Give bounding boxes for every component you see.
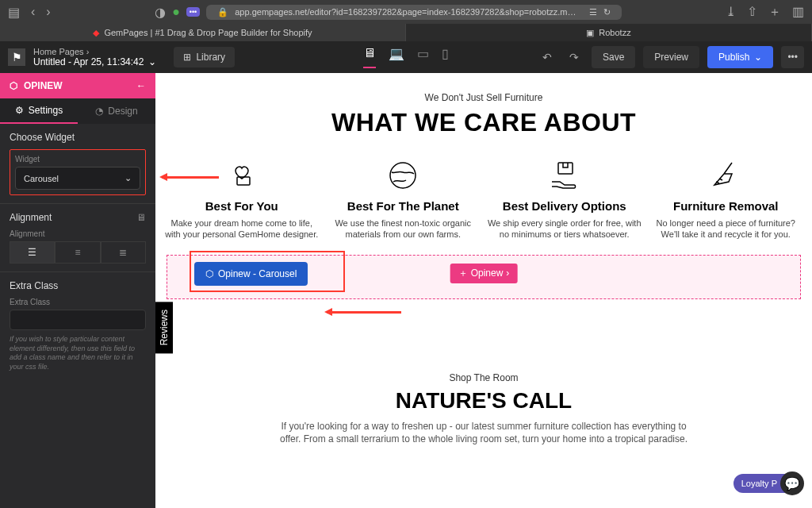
hex-icon: ⬡	[205, 268, 213, 279]
section-nature: Shop The Room NATURE'S CALL If you're lo…	[155, 302, 812, 463]
mobile-icon[interactable]: ▯	[442, 46, 449, 68]
tab-gempages[interactable]: ◆GemPages | #1 Drag & Drop Page Builder …	[0, 24, 406, 41]
feature-item: Furniture Removal No longer need a piece…	[648, 156, 805, 241]
app-logo[interactable]: ⚑	[8, 48, 25, 66]
nav-fwd-icon[interactable]: ›	[46, 5, 50, 20]
extra-class-input[interactable]	[10, 310, 146, 330]
tabs-icon[interactable]: ▥	[792, 4, 804, 21]
opinew-element-label[interactable]: ＋ Opinew ›	[450, 264, 518, 283]
loyalty-widget[interactable]: Loyalty P 💬	[733, 471, 804, 495]
grid-icon: ⊞	[183, 52, 191, 63]
preview-button[interactable]: Preview	[643, 46, 699, 68]
download-icon[interactable]: ⤓	[726, 4, 736, 21]
feature-item: Best For The Planet We use the finest no…	[325, 156, 482, 241]
feature-desc: We use the finest non-toxic organic mate…	[325, 217, 482, 241]
menu-dots-icon[interactable]: •••	[186, 7, 200, 17]
section-care: We Don't Just Sell Furniture WHAT WE CAR…	[155, 73, 812, 145]
opinew-drop-zone[interactable]: ⬡ Opinew - Carousel ＋ Opinew ›	[167, 255, 801, 299]
page-title[interactable]: Untitled - Apr 25, 11:34:42⌄	[33, 56, 156, 67]
extra-class-hint: If you wish to style particular content …	[10, 335, 146, 372]
sidebar-toggle-icon[interactable]: ▤	[8, 5, 20, 20]
chevron-down-icon: ⌄	[148, 56, 156, 67]
align-row: ☰ ≡ ≣	[10, 241, 146, 264]
url-text: app.gempages.net/editor?id=1682397282&pa…	[235, 7, 576, 17]
tab-robotzz[interactable]: ▣Robotzz	[406, 24, 812, 41]
publish-button[interactable]: Publish⌄	[707, 46, 773, 68]
share-icon[interactable]: ⇧	[747, 4, 757, 21]
newtab-icon[interactable]: ＋	[768, 4, 781, 21]
breadcrumb[interactable]: Home Pages ›	[33, 47, 156, 56]
align-right[interactable]: ≣	[101, 241, 146, 264]
redo-icon[interactable]: ↷	[565, 51, 584, 64]
feature-desc: We ship every single order for free, wit…	[486, 217, 643, 241]
tablet-icon[interactable]: ▭	[417, 46, 429, 68]
section-subtitle: We Don't Just Sell Furniture	[179, 92, 788, 103]
panel-alignment: Alignment🖥 Alignment ☰ ≡ ≣	[0, 204, 155, 272]
panel-title: Extra Class	[10, 280, 146, 291]
align-left[interactable]: ☰	[10, 241, 55, 264]
broom-icon	[648, 156, 805, 194]
save-button[interactable]: Save	[592, 46, 635, 68]
reload-icon[interactable]: ↻	[603, 7, 611, 17]
feature-title: Best Delivery Options	[486, 199, 643, 213]
svg-rect-2	[558, 163, 573, 174]
device-switcher: 🖥 💻 ▭ ▯	[363, 46, 449, 68]
url-bar[interactable]: 🔒 app.gempages.net/editor?id=1682397282&…	[206, 5, 621, 20]
laptop-icon[interactable]: 💻	[389, 46, 404, 68]
globe-icon	[325, 156, 482, 194]
undo-icon[interactable]: ↶	[538, 51, 557, 64]
feature-item: Best For You Make your dream home come t…	[163, 156, 320, 241]
browser-toolbar: ▤ ‹ › ◑ ● ••• 🔒 app.gempages.net/editor?…	[0, 0, 812, 24]
desktop-icon[interactable]: 🖥	[363, 46, 376, 68]
library-button[interactable]: ⊞Library	[174, 47, 235, 67]
section-subtitle: Shop The Room	[187, 372, 780, 383]
feature-title: Furniture Removal	[648, 199, 805, 213]
annotation-arrow	[327, 311, 401, 314]
nav-back-icon[interactable]: ‹	[31, 5, 35, 20]
chevron-right-icon: ›	[506, 267, 509, 279]
palette-icon: ◔	[95, 106, 103, 117]
heart-hands-icon	[163, 156, 320, 194]
svg-point-1	[390, 163, 416, 188]
gear-icon: ⚙	[15, 105, 24, 116]
panel-title: Alignment🖥	[10, 212, 146, 223]
section-heading: NATURE'S CALL	[187, 388, 780, 414]
feature-item: Best Delivery Options We ship every sing…	[486, 156, 643, 241]
panel-extra-class: Extra Class Extra Class If you wish to s…	[0, 272, 155, 380]
tab-settings[interactable]: ⚙Settings	[0, 98, 78, 124]
opinew-carousel-badge[interactable]: ⬡ Opinew - Carousel	[194, 262, 308, 286]
sidebar-header: ⬡ OPINEW ←	[0, 73, 155, 98]
widget-select[interactable]: Carousel ⌄	[15, 167, 140, 190]
reader-icon[interactable]: ☰	[589, 7, 597, 17]
reviews-tab[interactable]: Reviews	[155, 302, 173, 353]
workspace: ⬡ OPINEW ← ⚙Settings ◔Design Choose Widg…	[0, 73, 812, 508]
panel-choose-widget: Choose Widget Widget Carousel ⌄	[0, 124, 155, 204]
chevron-down-icon: ⌄	[124, 173, 132, 183]
chat-icon[interactable]: 💬	[780, 471, 804, 495]
align-center[interactable]: ≡	[55, 241, 100, 264]
feature-title: Best For The Planet	[325, 199, 482, 213]
feature-desc: No longer need a piece of furniture? We'…	[648, 217, 805, 241]
plus-icon: ＋	[458, 267, 468, 280]
canvas: We Don't Just Sell Furniture WHAT WE CAR…	[155, 73, 812, 508]
box-hand-icon	[486, 156, 643, 194]
section-heading: WHAT WE CARE ABOUT	[179, 108, 788, 137]
feature-row: Best For You Make your dream home come t…	[155, 145, 812, 252]
shield-icon: ◑	[155, 5, 166, 20]
feature-title: Best For You	[163, 199, 320, 213]
panel-title: Choose Widget	[10, 132, 146, 143]
panel-tabs: ⚙Settings ◔Design	[0, 98, 155, 124]
hex-icon: ⬡	[10, 80, 17, 91]
feature-desc: Make your dream home come to life, with …	[163, 217, 320, 241]
chevron-down-icon: ⌄	[754, 52, 762, 63]
extra-class-label: Extra Class	[10, 298, 146, 306]
lock-icon: 🔒	[217, 7, 228, 17]
section-paragraph: If you're looking for a way to freshen u…	[270, 420, 698, 447]
tab-design[interactable]: ◔Design	[78, 98, 155, 124]
device-icon[interactable]: 🖥	[136, 212, 146, 223]
back-arrow-icon[interactable]: ←	[136, 80, 146, 91]
sidebar: ⬡ OPINEW ← ⚙Settings ◔Design Choose Widg…	[0, 73, 155, 508]
browser-tabs: ◆GemPages | #1 Drag & Drop Page Builder …	[0, 24, 812, 41]
app-topbar: ⚑ Home Pages › Untitled - Apr 25, 11:34:…	[0, 41, 812, 73]
more-button[interactable]: •••	[781, 46, 804, 68]
